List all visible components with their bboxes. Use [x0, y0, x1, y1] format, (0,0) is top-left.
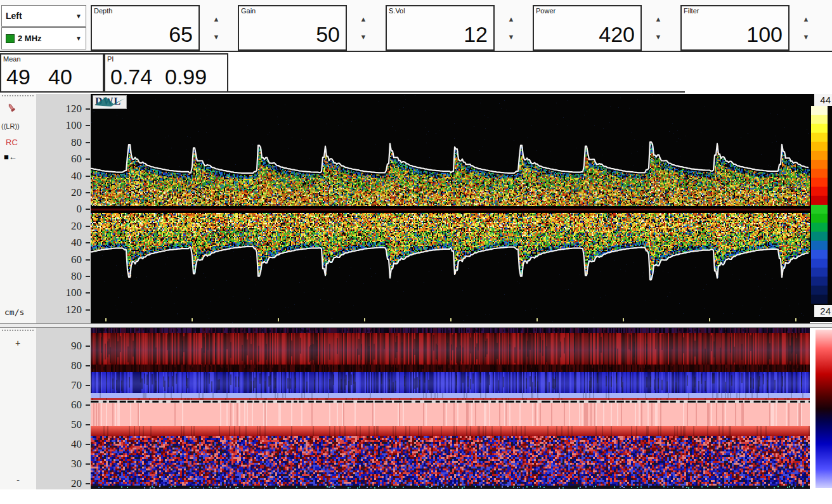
svol-spinner-down[interactable]: ▼ [503, 30, 519, 43]
axis-tick-label: 120 [45, 103, 82, 115]
axis-tick-label: 70 [45, 379, 82, 392]
power-spinner: ▲▼ [650, 13, 666, 43]
power-spinner-up[interactable]: ▲ [650, 13, 666, 25]
depth-spinner-up[interactable]: ▲ [208, 13, 224, 25]
gain-spinner-up[interactable]: ▲ [355, 13, 372, 25]
pi-value-right: 0.99 [165, 65, 207, 89]
axis-tick-mark [86, 226, 90, 227]
unit-label: cm/s [4, 307, 24, 317]
axis-tick-mark [86, 242, 90, 243]
lr-mode-indicator[interactable]: ((LR)) [1, 122, 20, 130]
gain-spinner-down[interactable]: ▼ [355, 30, 372, 43]
axis-tick-label: 100 [45, 287, 82, 299]
scale-minus-button[interactable]: - [16, 474, 20, 485]
axis-tick-label: 20 [45, 186, 82, 199]
svol-spinner-up[interactable]: ▲ [503, 13, 519, 25]
param-value: 420 [599, 22, 635, 47]
axis-tick-mark [86, 125, 90, 126]
axis-tick-mark [86, 176, 90, 177]
axis-tick-mark [86, 276, 90, 277]
top-control-bar: Left ▼ 2 MHz ▼ Depth65▲▼Gain50▲▼S.Vol12▲… [0, 0, 832, 52]
param-label: Gain [241, 7, 256, 15]
param-value: 65 [169, 22, 193, 47]
axis-tick-label: 120 [45, 304, 82, 316]
toolbar-grip-lower[interactable] [2, 330, 34, 331]
axis-tick-mark [86, 259, 90, 261]
rc-indicator[interactable]: RC [6, 138, 18, 147]
axis-tick-mark [86, 463, 90, 465]
filter-spinner-down[interactable]: ▼ [798, 30, 814, 43]
axis-tick-label: 50 [45, 418, 82, 431]
gain-panel: Gain50 [238, 5, 347, 51]
axis-tick-mark [86, 483, 90, 484]
axis-tick-mark [86, 108, 90, 110]
spectral-colorbar [811, 106, 828, 304]
axis-tick-label: 80 [45, 136, 82, 149]
depth-spinner-down[interactable]: ▼ [208, 30, 224, 43]
axis-tick-mark [86, 385, 90, 386]
spectral-axis-labels: 12010080604020020406080100120 [36, 94, 91, 324]
axis-tick-mark [86, 292, 90, 294]
probe-icon[interactable] [6, 103, 18, 114]
mean-value-left: 49 [6, 65, 30, 89]
depth-spinner: ▲▼ [208, 13, 224, 43]
axis-tick-label: 60 [45, 153, 82, 165]
axis-tick-label: 60 [45, 254, 82, 266]
spectral-colorbar-strip: 44 24 [810, 94, 832, 322]
axis-tick-mark [86, 444, 90, 445]
param-label: Power [536, 7, 556, 15]
parameter-panels: Depth65▲▼Gain50▲▼S.Vol12▲▼Power420▲▼Filt… [0, 0, 832, 52]
colorbar-min-label: 24 [814, 305, 832, 317]
param-value: 12 [464, 22, 488, 47]
svol-spinner: ▲▼ [503, 13, 519, 43]
filter-spinner: ▲▼ [798, 13, 814, 43]
axis-tick-label: 80 [45, 359, 82, 372]
axis-tick-label: 20 [45, 477, 82, 490]
axis-tick-mark [86, 365, 90, 366]
sample-marker-icon[interactable]: ■← [4, 152, 17, 162]
axis-tick-label: 90 [45, 340, 82, 352]
mmode-colorbar [816, 330, 832, 488]
power-spinner-down[interactable]: ▼ [650, 30, 666, 43]
axis-tick-label: 100 [45, 119, 82, 132]
axis-tick-label: 30 [45, 458, 82, 470]
axis-tick-label: 40 [45, 438, 82, 451]
mean-velocity-box: Mean 49 40 [0, 53, 104, 93]
dwl-logo-swoosh [93, 96, 126, 108]
power-panel: Power420 [533, 5, 642, 51]
gain-spinner: ▲▼ [355, 13, 372, 43]
axis-tick-label: 60 [45, 399, 82, 411]
toolbar-grip[interactable] [2, 95, 34, 96]
axis-tick-mark [86, 209, 90, 210]
param-label: Filter [684, 7, 699, 15]
param-value: 100 [746, 22, 783, 47]
filter-spinner-up[interactable]: ▲ [798, 13, 814, 25]
pi-value-left: 0.74 [110, 65, 152, 89]
left-toolbar: ((LR)) RC ■← cm/s + - [0, 94, 36, 489]
mean-label: Mean [3, 55, 21, 63]
scale-plus-button[interactable]: + [15, 338, 20, 348]
axis-tick-mark [86, 158, 90, 160]
svol-panel: S.Vol12 [386, 5, 495, 51]
toolbar-divider [0, 51, 832, 52]
pulsatility-index-box: PI 0.74 0.99 [104, 53, 228, 93]
filter-panel: Filter100 [680, 5, 790, 51]
axis-tick-label: 40 [45, 170, 82, 183]
param-label: Depth [94, 7, 112, 15]
axis-tick-mark [86, 404, 90, 406]
axis-tick-mark [86, 142, 90, 143]
axis-tick-label: 0 [45, 203, 82, 216]
tcd-application-window: Left ▼ 2 MHz ▼ Depth65▲▼Gain50▲▼S.Vol12▲… [0, 0, 832, 504]
marker-square-icon: ■ [4, 152, 9, 162]
param-label: S.Vol [389, 7, 405, 15]
dwl-logo: DWL [93, 95, 127, 109]
panel-splitter[interactable] [0, 323, 832, 328]
mmode-axis-labels: 9080706050403020 [36, 328, 91, 489]
axis-tick-mark [86, 346, 90, 347]
depth-panel: Depth65 [91, 5, 200, 51]
mean-value-right: 40 [48, 65, 72, 89]
axis-tick-mark [86, 192, 90, 193]
pi-label: PI [107, 55, 114, 63]
axis-tick-label: 40 [45, 236, 82, 249]
spectral-doppler-display [91, 94, 810, 323]
